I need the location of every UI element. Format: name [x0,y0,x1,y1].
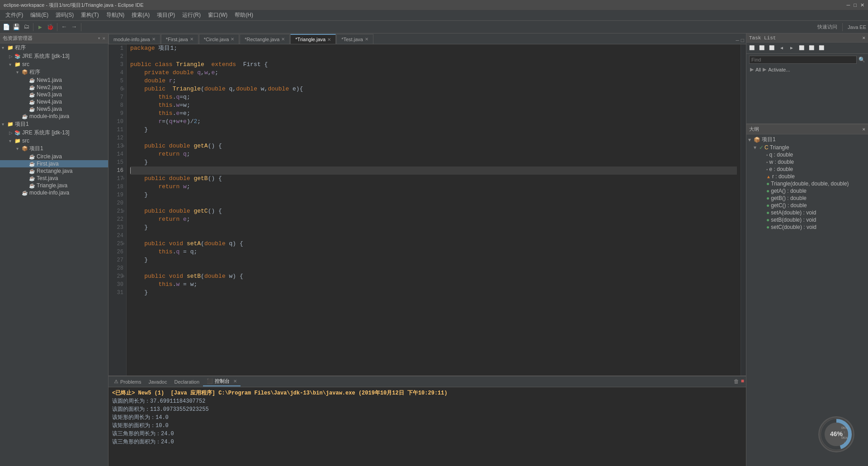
tree-item-new1[interactable]: ▷ ☕ New1.java [0,76,108,84]
outline-field-e[interactable]: ▪ e : double [746,166,868,173]
task-btn-1[interactable]: ⬜ [747,43,756,52]
code-line-14: return q; [130,150,737,158]
tree-item-circle[interactable]: ▷ ☕ Circle.java [0,153,108,160]
outline-getC[interactable]: ● getC() : double [746,202,868,209]
new-btn[interactable]: 📄 [2,23,11,32]
task-btn-7[interactable]: ⬜ [807,43,816,52]
tab-close[interactable]: ✕ [233,379,237,384]
tab-close[interactable]: ✕ [365,37,368,42]
menu-project[interactable]: 项目(P) [153,10,179,20]
tree-item-jre1[interactable]: ▷ 📚 JRE 系统库 [jdk-13] [0,52,108,61]
outline-close-btn[interactable]: ✕ [862,126,865,132]
outline-getB[interactable]: ● getB() : double [746,195,868,202]
bottom-tabs: ⚠ Problems Javadoc Declaration ⬛ 控制台 ✕ 🗑… [108,376,746,387]
activate-label[interactable]: Activate... [768,67,790,72]
tab-close[interactable]: ✕ [231,37,234,42]
outline-constructor[interactable]: ● Triangle(double, double, double) [746,180,868,187]
tab-close[interactable]: ✕ [190,37,193,42]
tree-item-moduleinfo2[interactable]: ▷ ☕ module-info.java [0,189,108,196]
close-btn[interactable]: ✕ [860,2,864,8]
tree-item-rectangle[interactable]: ▷ ☕ Rectangle.java [0,167,108,175]
task-btn-2[interactable]: ⬜ [757,43,766,52]
class-expand-icon: ▾ [754,144,759,151]
tree-item-src1[interactable]: ▾ 📁 src [0,61,108,68]
tab-declaration[interactable]: Declaration [170,378,203,385]
save-all-btn[interactable]: 🗂 [22,23,31,32]
menu-file[interactable]: 文件(F) [2,10,27,20]
sidebar-close-btn[interactable]: ✕ [102,35,105,41]
menu-refactor[interactable]: 重构(T) [77,10,102,20]
minimize-btn[interactable]: ─ [847,2,850,8]
editor-scrollbar[interactable] [741,44,746,376]
tab-first[interactable]: *First.java ✕ [161,34,198,44]
stop-btn[interactable]: ■ [741,378,744,385]
code-content[interactable]: package 项目1; public class Triangle exten… [127,44,741,376]
tree-item-project1[interactable]: ▾ 📁 项目1 [0,120,108,128]
outline-header: 大纲 ✕ [746,124,868,134]
tab-close[interactable]: ✕ [281,37,285,42]
task-btn-3[interactable]: ⬜ [767,43,776,52]
task-btn-8[interactable]: ⬜ [817,43,826,52]
tab-javadoc[interactable]: Javadoc [145,378,170,385]
tree-item-new3[interactable]: ▷ ☕ New3.java [0,91,108,98]
outline-field-r[interactable]: ▲ r : double [746,173,868,180]
tree-item-jre2[interactable]: ▷ 📚 JRE 系统库 [jdk-13] [0,128,108,137]
tab-close[interactable]: ✕ [327,37,331,42]
outline-field-q[interactable]: ▪ q : double [746,151,868,158]
clear-console-btn[interactable]: 🗑 [734,378,739,385]
tree-item-package1[interactable]: ▾ 📦 项目1 [0,144,108,153]
filter-all-label[interactable]: All [755,67,761,72]
tab-circle[interactable]: *Circle.java ✕ [199,34,240,44]
code-line-16 [130,166,737,175]
run-btn[interactable]: ▶ [36,23,45,32]
tab-problems[interactable]: ⚠ Problems [110,378,145,385]
outline-field-w[interactable]: ▪ w : double [746,158,868,166]
tree-item-src2[interactable]: ▾ 📁 src [0,137,108,144]
tab-label: *Rectangle.java [245,37,279,42]
task-btn-4[interactable]: ◀ [777,43,786,52]
outline-package[interactable]: ▾ 📦 项目1 [746,135,868,144]
tree-item-new2[interactable]: ▷ ☕ New2.java [0,84,108,91]
menu-navigate[interactable]: 导航(N) [103,10,128,20]
tab-triangle[interactable]: *Triangle.java ✕ [290,34,336,44]
tab-close[interactable]: ✕ [152,37,156,42]
task-list-close[interactable]: ✕ [862,35,865,41]
tab-module-info[interactable]: module-info.java ✕ [108,34,160,44]
maximize-editor-btn[interactable]: □ [741,38,744,44]
outline-getA[interactable]: ● getA() : double [746,187,868,195]
tab-test[interactable]: *Test.java ✕ [336,34,373,44]
tree-item-program2[interactable]: ▾ 📦 程序 [0,68,108,76]
menu-search[interactable]: 搜索(A) [128,10,153,20]
tree-item-moduleinfo1[interactable]: ▷ ☕ module-info.java [0,113,108,120]
tree-item-triangle[interactable]: ▷ ☕ Triangle.java [0,182,108,189]
tree-item-new4[interactable]: ▷ ☕ New4.java [0,98,108,105]
tree-item-first[interactable]: ▷ ☕ First.java [0,160,108,167]
outline-class[interactable]: ▾ ✓ C Triangle [746,144,868,151]
debug-btn[interactable]: 🐞 [46,23,55,32]
forward-btn[interactable]: → [70,23,79,32]
save-btn[interactable]: 💾 [12,23,21,32]
code-line-22: return e; [130,215,737,223]
menu-help[interactable]: 帮助(H) [231,10,257,20]
menu-edit[interactable]: 编辑(E) [27,10,52,20]
tree-item-program[interactable]: ▾ 📁 程序 [0,43,108,52]
task-search-input[interactable] [749,56,857,64]
back-btn[interactable]: ← [60,23,69,32]
maximize-btn[interactable]: □ [854,2,857,8]
code-editor: 1 2 3 4 5 6⊙ 7 8 9 10 11 12 13⊙ 14 15 16 [108,44,746,376]
menu-source[interactable]: 源码(S) [52,10,77,20]
outline-setA[interactable]: ● setA(double) : void [746,209,868,216]
menu-window[interactable]: 窗口(W) [204,10,231,20]
task-btn-6[interactable]: ⬜ [797,43,806,52]
tree-item-new5[interactable]: ▷ ☕ New5.java [0,105,108,113]
tab-console[interactable]: ⬛ 控制台 ✕ [203,377,241,386]
outline-setC[interactable]: ● setC(double) : void [746,223,868,231]
tree-item-test[interactable]: ▷ ☕ Test.java [0,175,108,182]
task-btn-5[interactable]: ▶ [787,43,796,52]
outline-panel: 大纲 ✕ ▾ 📦 项目1 ▾ ✓ C Triangle [746,124,868,466]
outline-setB[interactable]: ● setB(double) : void [746,216,868,223]
menu-run[interactable]: 运行(R) [179,10,204,20]
sidebar-collapse-btn[interactable]: ▾ [98,35,101,41]
tab-rectangle[interactable]: *Rectangle.java ✕ [240,34,290,44]
minimize-editor-btn[interactable]: ─ [736,38,739,44]
